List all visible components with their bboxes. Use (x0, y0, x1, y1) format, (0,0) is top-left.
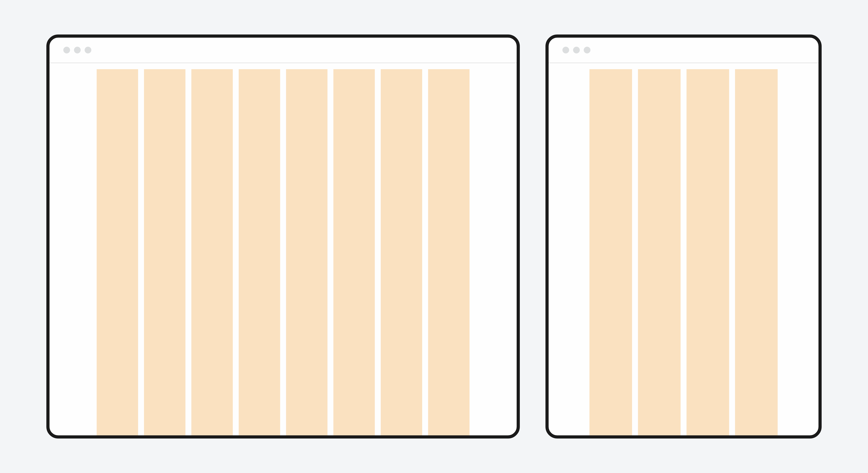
grid-column (191, 69, 233, 435)
grid-column (638, 69, 681, 435)
grid-column (239, 69, 280, 435)
grid-column (686, 69, 729, 435)
maximize-icon[interactable] (85, 47, 91, 54)
minimize-icon[interactable] (74, 47, 81, 54)
content-area (50, 63, 517, 435)
grid-column (589, 69, 632, 435)
browser-window-small (546, 34, 822, 439)
grid-column (735, 69, 778, 435)
browser-window-large (46, 34, 520, 439)
grid-column (144, 69, 185, 435)
grid-column (381, 69, 422, 435)
close-icon[interactable] (63, 47, 70, 54)
content-area (549, 63, 818, 435)
grid-column (333, 69, 375, 435)
minimize-icon[interactable] (573, 47, 580, 54)
maximize-icon[interactable] (584, 47, 590, 54)
columns-container-small (589, 69, 778, 435)
traffic-lights (562, 47, 590, 54)
grid-column (428, 69, 469, 435)
grid-column (286, 69, 328, 435)
columns-container-large (97, 69, 469, 435)
close-icon[interactable] (562, 47, 569, 54)
traffic-lights (63, 47, 91, 54)
grid-column (97, 69, 138, 435)
titlebar (50, 38, 517, 63)
titlebar (549, 38, 818, 63)
